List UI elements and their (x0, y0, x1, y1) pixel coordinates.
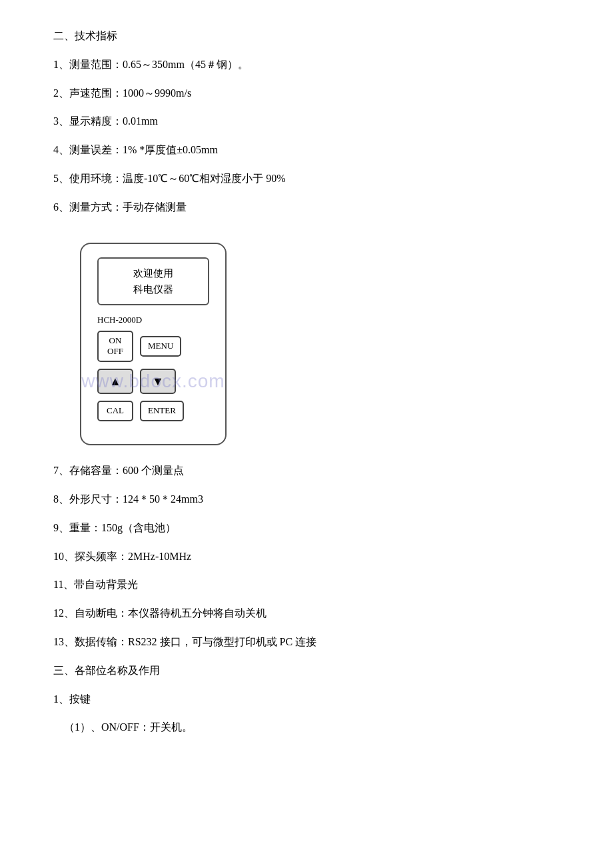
main-content: 二、技术指标 1、测量范围：0.65～350mm（45＃钢）。 2、声速范围：1… (53, 27, 560, 737)
device-box: 欢迎使用 科电仪器 HCH-2000D ON OFF MENU ▲ ▼ www.… (80, 243, 227, 446)
item-10-label: 探头频率： (75, 551, 128, 562)
cal-button[interactable]: CAL (97, 401, 133, 421)
item-1-index: 1、 (53, 59, 69, 70)
item-12-index: 12、 (53, 607, 75, 619)
item-11: 11、带自动背景光 (53, 575, 560, 595)
item-13-value: RS232 接口，可与微型打印机或 PC 连接 (128, 636, 316, 647)
item-9-value: 150g（含电池） (101, 522, 176, 533)
item-8: 8、外形尺寸：124＊50＊24mm3 (53, 490, 560, 509)
item-7-value: 600 个测量点 (123, 465, 184, 476)
item-10: 10、探头频率：2MHz-10MHz (53, 547, 560, 567)
item-7-label: 存储容量： (69, 465, 123, 476)
item-10-value: 2MHz-10MHz (128, 551, 191, 562)
device-illustration: 欢迎使用 科电仪器 HCH-2000D ON OFF MENU ▲ ▼ www.… (80, 243, 227, 446)
on-off-line1: ON (105, 335, 125, 347)
device-screen: 欢迎使用 科电仪器 (97, 257, 209, 305)
item-6-value: 手动存储测量 (123, 201, 187, 213)
item-12: 12、自动断电：本仪器待机五分钟将自动关机 (53, 604, 560, 623)
item-9-index: 9、 (53, 522, 69, 533)
item-3-index: 3、 (53, 115, 69, 127)
button-row-2: ▲ ▼ www.bdocx.com (97, 369, 209, 394)
item-12-label: 自动断电： (75, 607, 128, 619)
item-9-label: 重量： (69, 522, 101, 533)
item-1: 1、测量范围：0.65～350mm（45＃钢）。 (53, 55, 560, 75)
item-6-label: 测量方式： (69, 201, 123, 213)
section3-item1: （1）、ON/OFF：开关机。 (53, 718, 560, 737)
item-5-index: 5、 (53, 173, 69, 184)
item-13-label: 数据传输： (75, 636, 128, 647)
item-1-value: 0.65～350mm（45＃钢）。 (123, 59, 249, 70)
item-5-value: 温度-10℃～60℃相对湿度小于 90% (123, 173, 286, 184)
item-10-index: 10、 (53, 551, 75, 562)
enter-button[interactable]: ENTER (140, 401, 184, 421)
item-13-index: 13、 (53, 636, 75, 647)
section3-title: 三、各部位名称及作用 (53, 661, 560, 681)
item-7: 7、存储容量：600 个测量点 (53, 461, 560, 481)
item-6-index: 6、 (53, 201, 69, 213)
section-title: 二、技术指标 (53, 27, 560, 46)
item-4-label: 测量误差： (69, 144, 123, 155)
up-button[interactable]: ▲ (97, 369, 133, 394)
on-off-button[interactable]: ON OFF (97, 331, 133, 363)
screen-line2: 科电仪器 (108, 281, 199, 297)
item-2-value: 1000～9990m/s (123, 87, 191, 99)
item-2-label: 声速范围： (69, 87, 123, 99)
item-6: 6、测量方式：手动存储测量 (53, 198, 560, 217)
device-model: HCH-2000D (97, 315, 209, 325)
item-13: 13、数据传输：RS232 接口，可与微型打印机或 PC 连接 (53, 633, 560, 652)
item-8-index: 8、 (53, 493, 69, 505)
item-11-label: 带自动背景光 (74, 579, 138, 590)
item-11-index: 11、 (53, 579, 74, 590)
item-7-index: 7、 (53, 465, 69, 476)
down-button[interactable]: ▼ (140, 369, 176, 394)
item-2-index: 2、 (53, 87, 69, 99)
item-4: 4、测量误差：1% *厚度值±0.05mm (53, 141, 560, 160)
item-8-value: 124＊50＊24mm3 (123, 493, 203, 505)
item-4-value: 1% *厚度值±0.05mm (123, 144, 218, 155)
menu-button[interactable]: MENU (140, 336, 181, 357)
item-4-index: 4、 (53, 144, 69, 155)
item-3-value: 0.01mm (123, 115, 158, 127)
button-row-3: CAL ENTER (97, 401, 209, 421)
item-3: 3、显示精度：0.01mm (53, 112, 560, 131)
item-5: 5、使用环境：温度-10℃～60℃相对湿度小于 90% (53, 169, 560, 189)
item-12-value: 本仪器待机五分钟将自动关机 (128, 607, 267, 619)
item-1-label: 测量范围： (69, 59, 123, 70)
item-5-label: 使用环境： (69, 173, 123, 184)
item-2: 2、声速范围：1000～9990m/s (53, 84, 560, 103)
screen-line1: 欢迎使用 (108, 265, 199, 281)
item-8-label: 外形尺寸： (69, 493, 123, 505)
item-9: 9、重量：150g（含电池） (53, 519, 560, 538)
item-3-label: 显示精度： (69, 115, 123, 127)
on-off-line2: OFF (105, 346, 125, 357)
section3-sub: 1、按键 (53, 690, 560, 709)
button-row-1: ON OFF MENU (97, 331, 209, 363)
